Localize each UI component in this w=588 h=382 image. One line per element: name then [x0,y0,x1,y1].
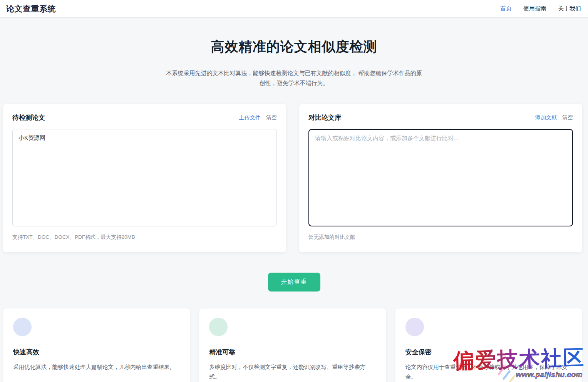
panel-compare-header: 对比论文库 添加文献 清空 [308,113,573,122]
start-check-button[interactable]: 开始查重 [268,273,320,292]
nav-item-home[interactable]: 首页 [500,5,512,12]
input-panels: 待检测论文 上传文件 清空 小K资源网 支持TXT、DOC、DOCX、PDF格式… [0,104,588,252]
top-navbar: 论文查重系统 首页 使用指南 关于我们 [0,0,588,18]
panel-compare-library: 对比论文库 添加文献 清空 暂无添加的对比文献 [299,104,582,252]
panel-compare-actions: 添加文献 清空 [535,114,573,121]
source-format-hint: 支持TXT、DOC、DOCX、PDF格式，最大支持20MB [12,234,277,241]
panel-source-actions: 上传文件 清空 [239,114,277,121]
accuracy-icon [209,318,228,336]
compare-empty-hint: 暂无添加的对比文献 [308,234,573,241]
action-row: 开始查重 [0,273,588,292]
feature-card-accuracy: 精准可靠 多维度比对，不仅检测文字重复，还能识别改写、重组等抄袭方式。 [199,308,386,382]
page-subtitle: 本系统采用先进的文本比对算法，能够快速检测论文与已有文献的相似度， 帮助您确保学… [165,68,424,88]
add-document-link[interactable]: 添加文献 [535,114,557,121]
feature-desc: 论文内容仅用于查重分析，不会存储或用于其他用途，保障学术安全。 [405,362,572,382]
feature-title: 快速高效 [13,348,180,357]
clear-compare-link[interactable]: 清空 [562,114,573,121]
feature-title: 安全保密 [405,348,572,357]
feature-desc: 采用优化算法，能够快速处理大篇幅论文，几秒内给出查重结果。 [13,362,180,372]
compare-paper-textarea[interactable] [308,129,573,226]
page-title: 高效精准的论文相似度检测 [0,38,588,56]
panel-compare-title: 对比论文库 [308,113,341,122]
nav-item-about[interactable]: 关于我们 [558,5,581,12]
panel-source-title: 待检测论文 [12,113,45,122]
feature-card-speed: 快速高效 采用优化算法，能够快速处理大篇幅论文，几秒内给出查重结果。 [3,308,190,382]
hero-section: 高效精准的论文相似度检测 本系统采用先进的文本比对算法，能够快速检测论文与已有文… [0,38,588,88]
speed-icon [13,318,32,336]
upload-file-link[interactable]: 上传文件 [239,114,261,121]
feature-desc: 多维度比对，不仅检测文字重复，还能识别改写、重组等抄袭方式。 [209,362,376,382]
main-nav: 首页 使用指南 关于我们 [500,5,581,12]
security-icon [405,318,424,336]
feature-cards: 快速高效 采用优化算法，能够快速处理大篇幅论文，几秒内给出查重结果。 精准可靠 … [0,308,588,382]
panel-source-paper: 待检测论文 上传文件 清空 小K资源网 支持TXT、DOC、DOCX、PDF格式… [3,104,286,252]
app-title: 论文查重系统 [6,3,56,14]
nav-item-guide[interactable]: 使用指南 [523,5,546,12]
feature-card-security: 安全保密 论文内容仅用于查重分析，不会存储或用于其他用途，保障学术安全。 [395,308,582,382]
source-paper-textarea[interactable]: 小K资源网 [12,129,277,226]
panel-source-header: 待检测论文 上传文件 清空 [12,113,277,122]
clear-source-link[interactable]: 清空 [266,114,277,121]
feature-title: 精准可靠 [209,348,376,357]
